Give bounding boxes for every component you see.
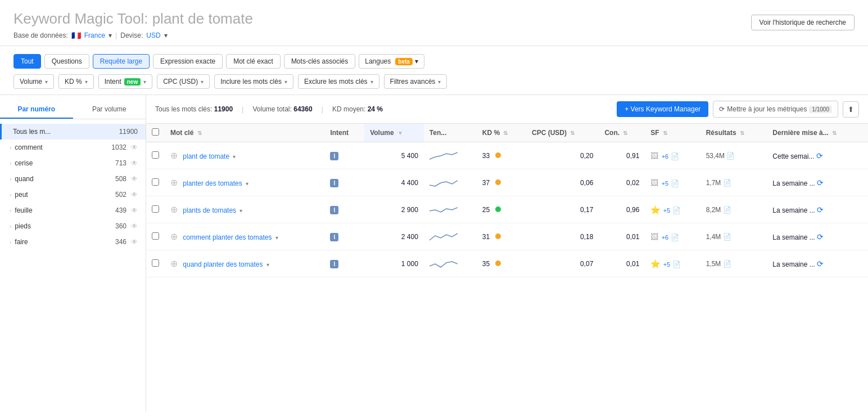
cpc-header: CPC (USD) ⇅ bbox=[526, 124, 599, 142]
exclude-filter[interactable]: Exclure les mots clés ▾ bbox=[298, 74, 379, 89]
keyword-link[interactable]: plant de tomate bbox=[183, 152, 229, 160]
sort-icon[interactable]: ⇅ bbox=[663, 130, 667, 136]
sidebar-item-quand[interactable]: › quand 508 👁 bbox=[0, 171, 146, 187]
intent-header: Intent bbox=[324, 124, 364, 142]
row-checkbox[interactable] bbox=[152, 232, 159, 240]
refresh-icon[interactable]: ⟳ bbox=[816, 151, 823, 160]
eye-icon[interactable]: 👁 bbox=[131, 191, 138, 199]
eye-icon[interactable]: 👁 bbox=[131, 238, 138, 246]
sort-icon[interactable]: ⇅ bbox=[832, 130, 837, 136]
sort-icon[interactable]: ⇅ bbox=[503, 130, 508, 136]
keyword-link[interactable]: planter des tomates bbox=[183, 179, 242, 187]
eye-icon[interactable]: 👁 bbox=[131, 143, 138, 151]
sort-icon[interactable]: ⇅ bbox=[570, 130, 575, 136]
page-badge: 1/1000 bbox=[809, 106, 832, 113]
sort-icon[interactable]: ⇅ bbox=[197, 130, 202, 136]
refresh-icon[interactable]: ⟳ bbox=[817, 259, 824, 268]
kd-filter[interactable]: KD % ▾ bbox=[58, 74, 94, 89]
sort-icon[interactable]: ▼ bbox=[397, 130, 403, 136]
table-row: ⊕ plants de tomates ▾ I 2 900 25 0,17 0,… bbox=[146, 196, 868, 223]
tab-requete-large[interactable]: Requête large bbox=[93, 54, 150, 69]
add-keyword-icon[interactable]: ⊕ bbox=[170, 232, 178, 241]
refresh-icon[interactable]: ⟳ bbox=[817, 178, 824, 187]
tab-par-volume[interactable]: Par volume bbox=[73, 101, 146, 119]
keyword-dropdown-icon[interactable]: ▾ bbox=[233, 154, 236, 160]
sf-count: +6 bbox=[662, 153, 669, 160]
languages-chevron-icon: ▾ bbox=[415, 57, 418, 65]
image-icon: 🖼 bbox=[650, 232, 658, 241]
tab-mots-cles-associes[interactable]: Mots-clés associés bbox=[284, 54, 355, 69]
eye-icon[interactable]: 👁 bbox=[131, 222, 138, 230]
keyword-dropdown-icon[interactable]: ▾ bbox=[266, 262, 269, 268]
beta-badge: beta bbox=[395, 58, 413, 65]
main-content: Par numéro Par volume Tous les m... 1190… bbox=[0, 95, 868, 412]
languages-button[interactable]: Langues beta ▾ bbox=[359, 54, 424, 69]
tab-mot-cle-exact[interactable]: Mot clé exact bbox=[226, 54, 281, 69]
keyword-link[interactable]: comment planter des tomates bbox=[183, 233, 272, 241]
chevron-right-icon: › bbox=[10, 239, 11, 245]
trend-chart bbox=[430, 256, 458, 269]
sort-icon[interactable]: ⇅ bbox=[740, 130, 744, 136]
action-buttons: + Vers Keyword Manager ⟳ Mettre à jour l… bbox=[617, 101, 859, 118]
eye-icon[interactable]: 👁 bbox=[131, 175, 138, 183]
eye-icon[interactable]: 👁 bbox=[131, 206, 138, 214]
country-link[interactable]: France bbox=[84, 32, 105, 39]
select-all-checkbox[interactable] bbox=[152, 128, 159, 136]
sidebar-item-comment[interactable]: › comment 1032 👁 bbox=[0, 140, 146, 155]
include-filter[interactable]: Inclure les mots clés ▾ bbox=[214, 74, 293, 89]
sort-icon[interactable]: ⇅ bbox=[623, 130, 627, 136]
sidebar-item-faire[interactable]: › faire 346 👁 bbox=[0, 234, 146, 250]
sidebar-item-all[interactable]: Tous les m... 11900 bbox=[0, 124, 146, 140]
tab-par-numero[interactable]: Par numéro bbox=[0, 101, 73, 119]
all-keywords-stat: Tous les mots clés: 11900 bbox=[155, 105, 233, 113]
row-checkbox[interactable] bbox=[152, 151, 159, 159]
keyword-dropdown-icon[interactable]: ▾ bbox=[239, 208, 242, 214]
keyword-dropdown-icon[interactable]: ▾ bbox=[246, 181, 248, 187]
refresh-icon: ⟳ bbox=[719, 105, 725, 113]
chevron-down-icon[interactable]: ▾ bbox=[108, 32, 112, 39]
row-checkbox[interactable] bbox=[152, 178, 159, 186]
sidebar-item-feuille[interactable]: › feuille 439 👁 bbox=[0, 203, 146, 218]
intent-badge: I bbox=[330, 260, 338, 268]
eye-icon[interactable]: 👁 bbox=[131, 159, 138, 167]
cpc-filter[interactable]: CPC (USD) ▾ bbox=[157, 74, 210, 89]
volume-filter[interactable]: Volume ▾ bbox=[13, 74, 54, 89]
currency-chevron-icon[interactable]: ▾ bbox=[164, 32, 168, 39]
row-checkbox[interactable] bbox=[152, 205, 159, 213]
sidebar-item-cerise[interactable]: › cerise 713 👁 bbox=[0, 155, 146, 171]
export-button[interactable]: ⬆ bbox=[843, 101, 859, 118]
trend-chart bbox=[430, 202, 458, 215]
chevron-right-icon: › bbox=[10, 192, 11, 198]
add-keyword-icon[interactable]: ⊕ bbox=[170, 178, 178, 187]
keyword-link[interactable]: plants de tomates bbox=[183, 206, 236, 214]
row-checkbox[interactable] bbox=[152, 259, 159, 267]
advanced-filter[interactable]: Filtres avancés ▾ bbox=[384, 74, 447, 89]
refresh-icon[interactable]: ⟳ bbox=[817, 232, 824, 241]
add-keyword-icon[interactable]: ⊕ bbox=[170, 259, 178, 268]
doc-icon: 📄 bbox=[672, 206, 681, 214]
keyword-manager-button[interactable]: + Vers Keyword Manager bbox=[617, 101, 708, 117]
keyword-dropdown-icon[interactable]: ▾ bbox=[275, 235, 278, 241]
currency-link[interactable]: USD bbox=[146, 32, 160, 39]
intent-badge: I bbox=[330, 152, 338, 160]
country-flag: 🇫🇷 bbox=[71, 31, 81, 40]
history-button[interactable]: Voir l'historique de recherche bbox=[751, 15, 855, 30]
add-keyword-icon[interactable]: ⊕ bbox=[170, 151, 178, 160]
tab-tout[interactable]: Tout bbox=[13, 54, 41, 69]
tab-expression-exacte[interactable]: Expression exacte bbox=[153, 54, 223, 69]
keyword-link[interactable]: quand planter des tomates bbox=[183, 260, 263, 268]
title-bold: Keyword Magic Tool: bbox=[13, 10, 148, 27]
refresh-icon[interactable]: ⟳ bbox=[817, 205, 824, 214]
chevron-right-icon: › bbox=[10, 160, 11, 167]
sidebar-item-peut[interactable]: › peut 502 👁 bbox=[0, 187, 146, 203]
table-row: ⊕ plant de tomate ▾ I 5 400 33 0,20 0,91 bbox=[146, 142, 868, 169]
doc-icon: 📄 bbox=[671, 233, 679, 241]
chevron-right-icon: › bbox=[10, 176, 11, 182]
add-keyword-icon[interactable]: ⊕ bbox=[170, 205, 178, 214]
sidebar-item-pieds[interactable]: › pieds 360 👁 bbox=[0, 218, 146, 234]
intent-filter[interactable]: Intent new ▾ bbox=[98, 74, 152, 89]
doc-icon: 📄 bbox=[726, 152, 735, 160]
update-metrics-button[interactable]: ⟳ Mettre à jour les métriques 1/1000 bbox=[713, 101, 838, 118]
tab-questions[interactable]: Questions bbox=[44, 54, 89, 69]
doc-icon: 📄 bbox=[723, 260, 731, 268]
